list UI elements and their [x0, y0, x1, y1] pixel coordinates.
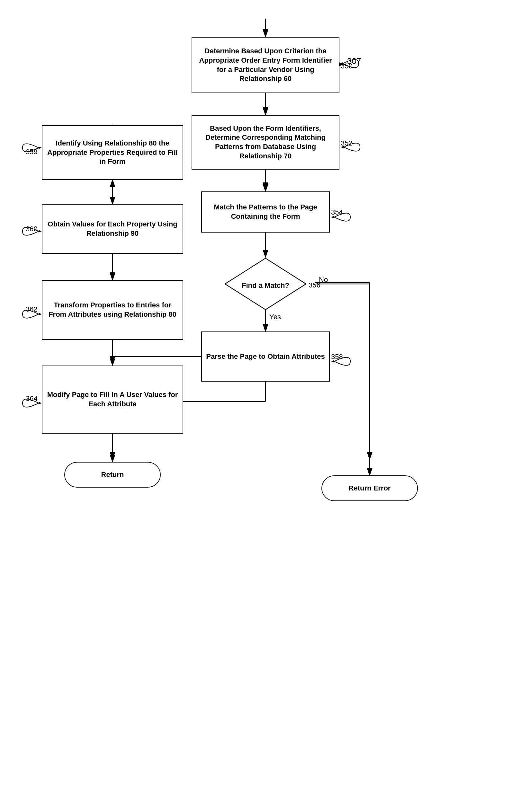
label-364: 364	[26, 394, 38, 403]
return-error-terminal: Return Error	[321, 475, 418, 501]
diamond-356: Find a Match?	[224, 257, 307, 311]
box-364: Modify Page to Fill In A User Values for…	[42, 365, 183, 434]
label-352: 352	[341, 139, 353, 147]
svg-text:Find a Match?: Find a Match?	[242, 281, 289, 289]
box-350: Determine Based Upon Criterion the Appro…	[192, 37, 339, 93]
svg-marker-36	[39, 230, 42, 233]
svg-marker-35	[39, 146, 42, 149]
return-terminal: Return	[64, 462, 161, 488]
label-362: 362	[26, 305, 38, 314]
label-350: 350	[341, 62, 353, 70]
label-354: 354	[331, 208, 343, 217]
box-360: Obtain Values for Each Property Using Re…	[42, 204, 183, 254]
box-359: Identify Using Relationship 80 the Appro…	[42, 125, 183, 180]
diagram-container: 307 Determine Based Upon Criterion the A…	[0, 0, 531, 812]
svg-marker-38	[39, 402, 42, 404]
svg-marker-37	[39, 313, 42, 316]
box-358: Parse the Page to Obtain Attributes	[201, 332, 330, 381]
box-354: Match the Patterns to the Page Containin…	[201, 191, 330, 233]
label-359: 359	[26, 148, 38, 156]
label-no: No	[319, 276, 328, 284]
label-358: 358	[331, 353, 343, 361]
label-yes: Yes	[269, 313, 281, 321]
box-362: Transform Properties to Entries for From…	[42, 280, 183, 340]
label-360: 360	[26, 225, 38, 233]
box-352: Based Upon the Form Identifiers, Determi…	[192, 115, 339, 170]
